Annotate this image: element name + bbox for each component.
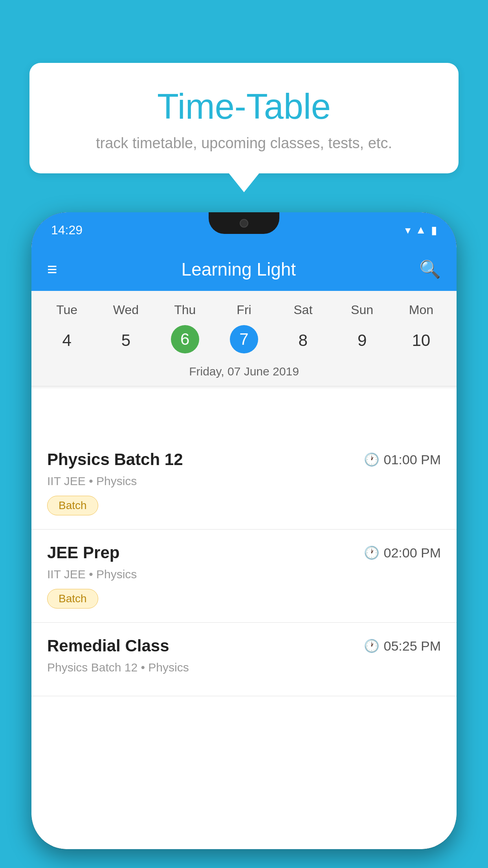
day-headers: Tue Wed Thu Fri Sat Sun Mon bbox=[31, 299, 457, 321]
schedule-item-subtitle-1: IIT JEE • Physics bbox=[47, 474, 441, 488]
front-camera bbox=[240, 219, 248, 228]
app-title: Learning Light bbox=[182, 259, 296, 280]
batch-badge-1: Batch bbox=[47, 496, 98, 515]
day-10[interactable]: 10 bbox=[392, 325, 451, 356]
calendar-section: Tue Wed Thu Fri Sat Sun Mon 4 5 6 7 8 9 … bbox=[31, 291, 457, 388]
schedule-item-subtitle-3: Physics Batch 12 • Physics bbox=[47, 661, 441, 674]
schedule-item-physics-batch[interactable]: Physics Batch 12 🕐 01:00 PM IIT JEE • Ph… bbox=[31, 436, 457, 530]
schedule-item-remedial[interactable]: Remedial Class 🕐 05:25 PM Physics Batch … bbox=[31, 623, 457, 696]
day-8[interactable]: 8 bbox=[273, 325, 332, 356]
clock-icon-3: 🕐 bbox=[364, 638, 380, 653]
wifi-icon: ▾ bbox=[405, 224, 411, 237]
signal-icon: ▲ bbox=[415, 224, 426, 236]
notch bbox=[209, 212, 279, 234]
schedule-item-time-2: 🕐 02:00 PM bbox=[364, 545, 441, 561]
day-header-tue: Tue bbox=[37, 299, 96, 321]
day-header-mon: Mon bbox=[392, 299, 451, 321]
selected-date-label: Friday, 07 June 2019 bbox=[31, 362, 457, 386]
schedule-item-title-3: Remedial Class bbox=[47, 636, 169, 655]
day-5[interactable]: 5 bbox=[96, 325, 155, 356]
phone-mockup: 14:29 ▾ ▲ ▮ ≡ Learning Light 🔍 bbox=[31, 212, 457, 868]
day-header-fri: Fri bbox=[215, 299, 273, 321]
day-6-today[interactable]: 6 bbox=[171, 325, 199, 353]
tooltip-title: Time-Table bbox=[49, 86, 439, 127]
schedule-item-jee-prep[interactable]: JEE Prep 🕐 02:00 PM IIT JEE • Physics Ba… bbox=[31, 530, 457, 623]
schedule-item-title-1: Physics Batch 12 bbox=[47, 450, 183, 469]
day-numbers: 4 5 6 7 8 9 10 bbox=[31, 325, 457, 356]
batch-badge-2: Batch bbox=[47, 589, 98, 609]
day-header-sun: Sun bbox=[332, 299, 391, 321]
status-icons: ▾ ▲ ▮ bbox=[405, 224, 437, 237]
schedule-item-time-3: 🕐 05:25 PM bbox=[364, 638, 441, 654]
day-4[interactable]: 4 bbox=[37, 325, 96, 356]
battery-icon: ▮ bbox=[431, 224, 437, 237]
day-header-sat: Sat bbox=[273, 299, 332, 321]
hamburger-menu-icon[interactable]: ≡ bbox=[47, 261, 58, 278]
day-9[interactable]: 9 bbox=[332, 325, 391, 356]
schedule-item-time-1: 🕐 01:00 PM bbox=[364, 452, 441, 467]
schedule-item-header-1: Physics Batch 12 🕐 01:00 PM bbox=[47, 450, 441, 469]
day-header-wed: Wed bbox=[96, 299, 155, 321]
schedule-item-header-2: JEE Prep 🕐 02:00 PM bbox=[47, 543, 441, 562]
schedule-item-subtitle-2: IIT JEE • Physics bbox=[47, 568, 441, 581]
phone-screen: 14:29 ▾ ▲ ▮ ≡ Learning Light 🔍 bbox=[31, 212, 457, 849]
schedule-item-title-2: JEE Prep bbox=[47, 543, 119, 562]
clock-icon-2: 🕐 bbox=[364, 545, 380, 560]
schedule-container: Physics Batch 12 🕐 01:00 PM IIT JEE • Ph… bbox=[31, 436, 457, 849]
day-7-selected[interactable]: 7 bbox=[230, 325, 258, 353]
clock-icon-1: 🕐 bbox=[364, 452, 380, 467]
schedule-item-header-3: Remedial Class 🕐 05:25 PM bbox=[47, 636, 441, 655]
phone-frame: 14:29 ▾ ▲ ▮ ≡ Learning Light 🔍 bbox=[31, 212, 457, 849]
tooltip-card: Time-Table track timetable, upcoming cla… bbox=[29, 63, 459, 173]
tooltip-subtitle: track timetable, upcoming classes, tests… bbox=[49, 135, 439, 152]
search-icon[interactable]: 🔍 bbox=[419, 259, 441, 280]
status-time: 14:29 bbox=[51, 223, 83, 237]
app-bar: ≡ Learning Light 🔍 bbox=[31, 248, 457, 291]
day-header-thu: Thu bbox=[156, 299, 215, 321]
